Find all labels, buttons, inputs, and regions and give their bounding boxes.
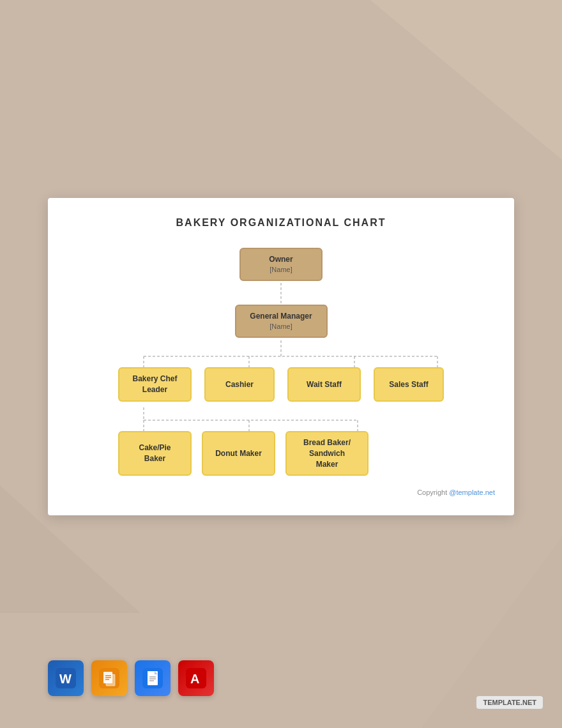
bakery-chef-title: Bakery ChefLeader: [132, 374, 177, 395]
cashier-title: Cashier: [225, 379, 254, 390]
sales-staff-node: Sales Staff: [374, 367, 444, 402]
bg-decoration-top: [370, 0, 562, 160]
gm-title: General Manager: [250, 311, 312, 322]
level-2: General Manager [Name]: [67, 305, 495, 338]
donut-maker-node: Donut Maker: [202, 431, 275, 476]
copyright-area: Copyright @template.net: [67, 489, 495, 496]
acrobat-icon[interactable]: A: [178, 660, 214, 696]
docs-icon-svg: [142, 668, 163, 688]
org-chart: Owner [Name] General Manager [Name] Bake…: [67, 248, 495, 496]
general-manager-node: General Manager [Name]: [235, 305, 328, 338]
cake-pie-title: Cake/Pie Baker: [130, 443, 180, 464]
copyright-text: Copyright: [417, 489, 449, 496]
template-badge-text: TEMPLATE.NET: [483, 699, 536, 706]
docs-icon[interactable]: [135, 660, 171, 696]
bread-baker-node: Bread Baker/Sandwich Maker: [285, 431, 368, 476]
wait-staff-node: Wait Staff: [287, 367, 361, 402]
donut-maker-title: Donut Maker: [215, 448, 262, 459]
acrobat-icon-svg: A: [186, 668, 206, 688]
wait-staff-title: Wait Staff: [307, 379, 342, 390]
owner-node: Owner [Name]: [239, 248, 323, 281]
owner-sub: [Name]: [270, 265, 292, 275]
svg-text:W: W: [59, 672, 72, 686]
svg-rect-22: [148, 671, 155, 674]
word-icon-svg: W: [56, 668, 76, 688]
level-4: Cake/Pie Baker Donut Maker Bread Baker/S…: [67, 431, 495, 476]
bread-baker-title: Bread Baker/Sandwich Maker: [297, 437, 357, 469]
level-1: Owner [Name]: [67, 248, 495, 281]
app-icons-bar: W A: [48, 660, 214, 696]
spacer-3: [67, 402, 495, 431]
bakery-chef-leader-node: Bakery ChefLeader: [118, 367, 192, 402]
pages-icon-svg: [99, 668, 119, 688]
copyright-link: @template.net: [449, 489, 495, 496]
level-3: Bakery ChefLeader Cashier Wait Staff Sal…: [67, 367, 495, 402]
spacer-2: [67, 338, 495, 367]
word-icon[interactable]: W: [48, 660, 84, 696]
cashier-node: Cashier: [204, 367, 275, 402]
svg-text:A: A: [190, 672, 199, 686]
gm-sub: [Name]: [270, 322, 292, 331]
chart-title: BAKERY ORGANIZATIONAL CHART: [67, 217, 495, 229]
owner-title: Owner: [269, 254, 292, 265]
main-card: BAKERY ORGANIZATIONAL CHART: [48, 198, 514, 515]
cake-pie-baker-node: Cake/Pie Baker: [118, 431, 192, 476]
sales-staff-title: Sales Staff: [389, 379, 428, 390]
pages-icon[interactable]: [91, 660, 127, 696]
spacer-1: [67, 281, 495, 305]
template-badge: TEMPLATE.NET: [476, 696, 543, 709]
